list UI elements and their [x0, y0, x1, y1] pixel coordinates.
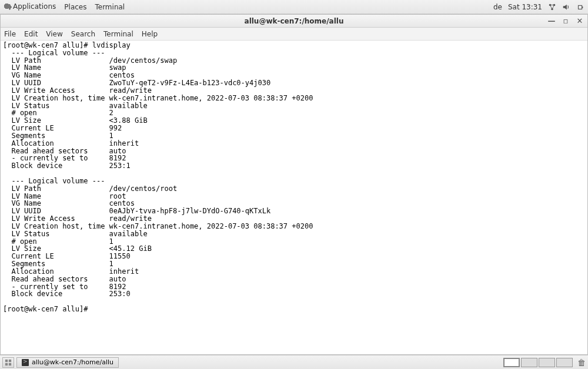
window-controls: — ▫ ✕ [547, 15, 584, 27]
svg-rect-3 [579, 5, 582, 9]
terminal-menu[interactable]: Terminal [95, 3, 125, 11]
terminal-body: --- Logical volume --- LV Path /dev/cent… [3, 49, 313, 298]
keyboard-lang[interactable]: de [493, 3, 502, 11]
top-panel: Applications Places Terminal de Sat 13:3… [0, 0, 588, 14]
terminal-window: allu@wk-cen7:/home/allu — ▫ ✕ File Edit … [0, 14, 588, 355]
clock[interactable]: Sat 13:31 [508, 3, 542, 11]
window-title: allu@wk-cen7:/home/allu [245, 17, 344, 25]
applications-menu[interactable]: Applications [4, 2, 56, 11]
top-panel-left: Applications Places Terminal [4, 2, 125, 11]
applications-label: Applications [13, 2, 56, 11]
gnome-foot-icon [4, 3, 12, 11]
power-icon[interactable] [576, 3, 584, 11]
taskbar-terminal[interactable]: allu@wk-cen7:/home/allu [16, 357, 119, 368]
maximize-button[interactable]: ▫ [562, 17, 570, 25]
workspace-4[interactable] [556, 358, 573, 367]
prompt: [root@wk-cen7 allu]# [3, 305, 92, 313]
minimize-button[interactable]: — [547, 17, 556, 25]
svg-rect-8 [9, 363, 11, 365]
menu-search[interactable]: Search [71, 30, 95, 38]
svg-rect-4 [582, 6, 583, 8]
close-button[interactable]: ✕ [576, 17, 584, 25]
menu-help[interactable]: Help [142, 30, 158, 38]
svg-rect-7 [5, 363, 8, 365]
menu-file[interactable]: File [4, 30, 16, 38]
svg-rect-5 [5, 359, 8, 361]
taskbar-label: allu@wk-cen7:/home/allu [32, 358, 113, 366]
menu-bar: File Edit View Search Terminal Help [1, 28, 587, 41]
workspace-1[interactable] [503, 358, 520, 367]
title-bar[interactable]: allu@wk-cen7:/home/allu — ▫ ✕ [1, 15, 587, 28]
terminal-icon [22, 359, 29, 366]
show-desktop-button[interactable] [2, 357, 14, 368]
menu-terminal[interactable]: Terminal [103, 30, 133, 38]
workspace-switcher: 🗑 [503, 358, 586, 367]
bottom-panel: allu@wk-cen7:/home/allu 🗑 [0, 355, 588, 369]
menu-view[interactable]: View [46, 30, 62, 38]
workspace-3[interactable] [539, 358, 555, 367]
volume-icon[interactable] [562, 3, 570, 11]
top-panel-right: de Sat 13:31 [493, 3, 584, 11]
places-menu[interactable]: Places [64, 3, 86, 11]
workspace-2[interactable] [521, 358, 537, 367]
trash-icon[interactable]: 🗑 [577, 358, 586, 367]
terminal-output[interactable]: [root@wk-cen7 allu]# lvdisplay --- Logic… [1, 41, 587, 354]
bottom-left: allu@wk-cen7:/home/allu [2, 357, 119, 368]
menu-edit[interactable]: Edit [24, 30, 38, 38]
svg-rect-6 [9, 359, 11, 361]
network-icon[interactable] [548, 3, 556, 11]
